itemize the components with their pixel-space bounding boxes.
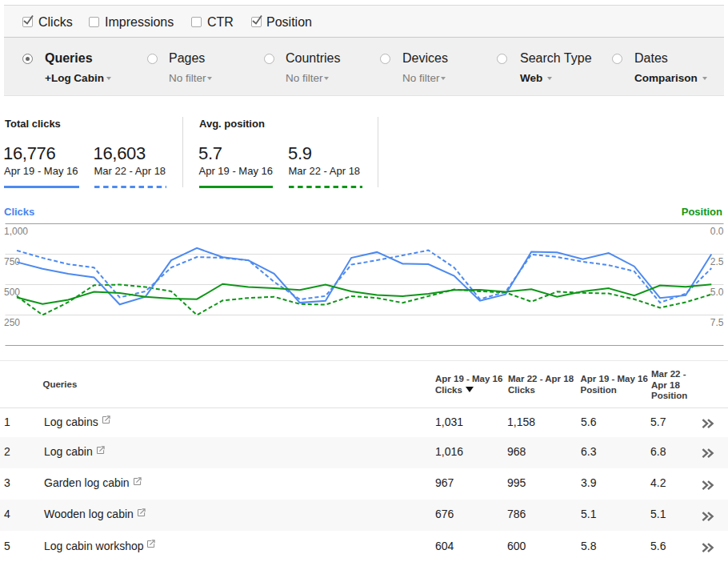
svg-text:250: 250 [4,317,20,328]
svg-text:5.0: 5.0 [710,287,724,298]
svg-text:7.5: 7.5 [710,317,724,328]
svg-text:750: 750 [4,256,20,267]
svg-text:500: 500 [4,287,20,298]
svg-text:2.5: 2.5 [710,256,724,267]
svg-text:1,000: 1,000 [4,226,28,237]
svg-text:Position: Position [682,206,722,218]
svg-text:Clicks: Clicks [4,206,34,218]
svg-text:0.0: 0.0 [710,226,724,237]
